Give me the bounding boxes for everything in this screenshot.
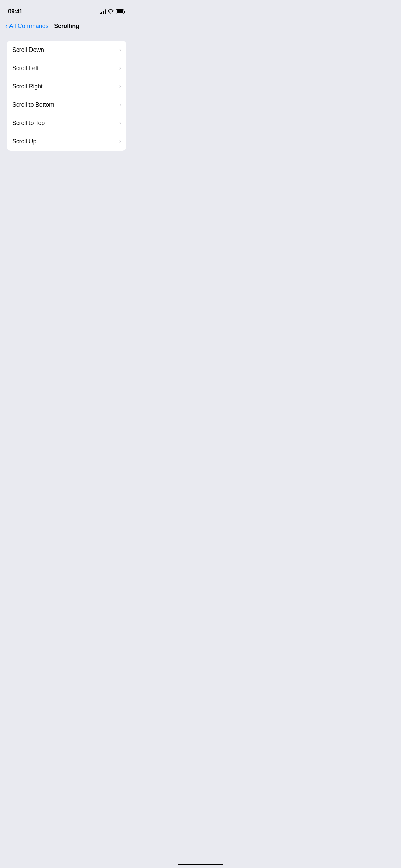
wifi-icon — [108, 9, 114, 14]
list-item-label-scroll-up: Scroll Up — [12, 138, 36, 145]
list-item-scroll-right[interactable]: Scroll Right› — [7, 77, 126, 96]
list-item-scroll-to-top[interactable]: Scroll to Top› — [7, 114, 126, 132]
signal-icon — [100, 9, 106, 14]
chevron-right-icon: › — [119, 102, 121, 107]
chevron-right-icon: › — [119, 139, 121, 144]
list-item-label-scroll-down: Scroll Down — [12, 46, 44, 54]
battery-icon — [116, 9, 125, 14]
list-item-scroll-up[interactable]: Scroll Up› — [7, 132, 126, 151]
chevron-right-icon: › — [119, 120, 121, 126]
chevron-right-icon: › — [119, 84, 121, 89]
list-item-scroll-left[interactable]: Scroll Left› — [7, 59, 126, 77]
status-icons — [100, 9, 125, 14]
nav-header: ‹ All Commands Scrolling — [0, 18, 133, 35]
status-bar: 09:41 — [0, 0, 133, 18]
list-item-label-scroll-right: Scroll Right — [12, 83, 43, 90]
list-item-label-scroll-to-top: Scroll to Top — [12, 120, 45, 127]
scroll-commands-list: Scroll Down›Scroll Left›Scroll Right›Scr… — [7, 41, 126, 151]
back-button[interactable]: ‹ All Commands — [5, 22, 49, 30]
page-title: Scrolling — [54, 23, 79, 30]
list-item-scroll-to-bottom[interactable]: Scroll to Bottom› — [7, 96, 126, 114]
list-item-scroll-down[interactable]: Scroll Down› — [7, 41, 126, 59]
list-item-label-scroll-to-bottom: Scroll to Bottom — [12, 101, 54, 108]
status-time: 09:41 — [8, 8, 22, 15]
chevron-right-icon: › — [119, 47, 121, 53]
list-item-label-scroll-left: Scroll Left — [12, 65, 39, 72]
chevron-right-icon: › — [119, 65, 121, 71]
back-label: All Commands — [9, 23, 49, 30]
back-chevron-icon: ‹ — [5, 22, 8, 30]
